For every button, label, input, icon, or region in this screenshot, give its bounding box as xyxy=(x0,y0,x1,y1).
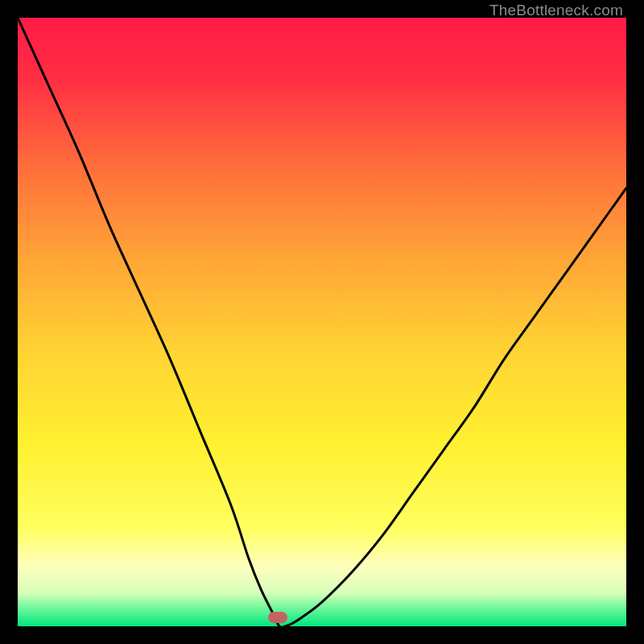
frame: TheBottleneck.com xyxy=(0,0,644,644)
bottleneck-curve xyxy=(18,18,626,626)
watermark-text: TheBottleneck.com xyxy=(489,2,623,19)
optimal-marker xyxy=(268,612,287,623)
plot-area xyxy=(18,18,626,626)
